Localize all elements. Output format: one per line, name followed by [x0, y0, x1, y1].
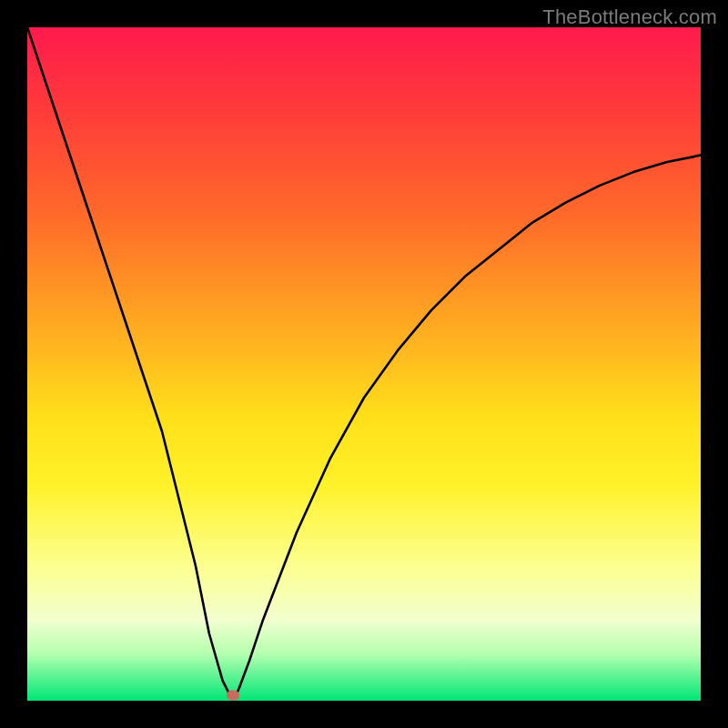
chart-frame: TheBottleneck.com — [0, 0, 728, 728]
curve-layer — [27, 27, 701, 701]
watermark-text: TheBottleneck.com — [542, 5, 717, 29]
optimum-marker — [227, 691, 239, 701]
bottleneck-curve — [27, 27, 701, 695]
plot-area — [27, 27, 701, 701]
